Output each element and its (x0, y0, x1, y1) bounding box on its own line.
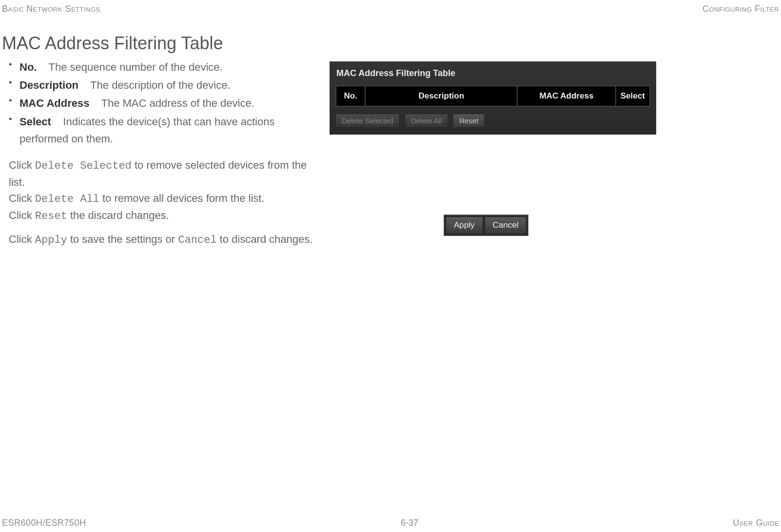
field-list: No. The sequence number of the device. D… (9, 59, 316, 147)
reset-button[interactable]: Reset (453, 114, 485, 128)
footer-page-number: 6-37 (401, 518, 418, 528)
cancel-button[interactable]: Cancel (485, 217, 527, 234)
col-mac-address: MAC Address (517, 86, 615, 106)
list-item: No. The sequence number of the device. (20, 59, 316, 76)
delete-all-button[interactable]: Delete All (405, 114, 448, 128)
field-desc: The sequence number of the device. (49, 61, 223, 73)
col-description: Description (365, 86, 517, 106)
instruction-block-1: Click Delete Selected to remove selected… (9, 157, 316, 224)
delete-selected-button[interactable]: Delete Selected (335, 114, 400, 128)
list-item: Select Indicates the device(s) that can … (20, 113, 316, 147)
cmd-delete-all: Delete All (35, 193, 99, 205)
mac-filter-panel: MAC Address Filtering Table No. Descript… (330, 61, 656, 135)
col-no: No. (336, 86, 365, 106)
panel-button-row: Delete Selected Delete All Reset (335, 114, 650, 128)
field-desc: The description of the device. (90, 79, 230, 91)
cmd-apply: Apply (35, 234, 67, 246)
list-item: MAC Address The MAC address of the devic… (20, 95, 316, 112)
panel-title: MAC Address Filtering Table (336, 68, 650, 79)
cmd-cancel: Cancel (178, 234, 216, 246)
field-term: Description (20, 79, 78, 91)
mac-filter-table: No. Description MAC Address Select (335, 85, 650, 107)
instruction-block-2: Click Apply to save the settings or Canc… (9, 231, 316, 248)
col-select: Select (616, 86, 650, 106)
content-body: No. The sequence number of the device. D… (9, 59, 316, 248)
header-left: Basic Network Settings (2, 4, 100, 14)
apply-cancel-group: Apply Cancel (444, 215, 528, 236)
field-term: No. (20, 61, 37, 73)
field-term: Select (20, 116, 51, 128)
header-right: Configuring Filter (703, 4, 779, 14)
list-item: Description The description of the devic… (20, 77, 316, 94)
table-header-row: No. Description MAC Address Select (336, 86, 650, 106)
field-desc: The MAC address of the device. (101, 97, 254, 109)
cmd-delete-selected: Delete Selected (35, 160, 132, 172)
page-header: Basic Network Settings Configuring Filte… (0, 4, 781, 14)
page-footer: ESR600H/ESR750H 6-37 User Guide (0, 518, 781, 528)
cmd-reset: Reset (35, 210, 67, 222)
page-title: MAC Address Filtering Table (2, 33, 223, 54)
apply-button[interactable]: Apply (446, 217, 483, 234)
footer-model: ESR600H/ESR750H (2, 518, 86, 528)
field-term: MAC Address (20, 97, 89, 109)
footer-guide: User Guide (733, 518, 779, 528)
